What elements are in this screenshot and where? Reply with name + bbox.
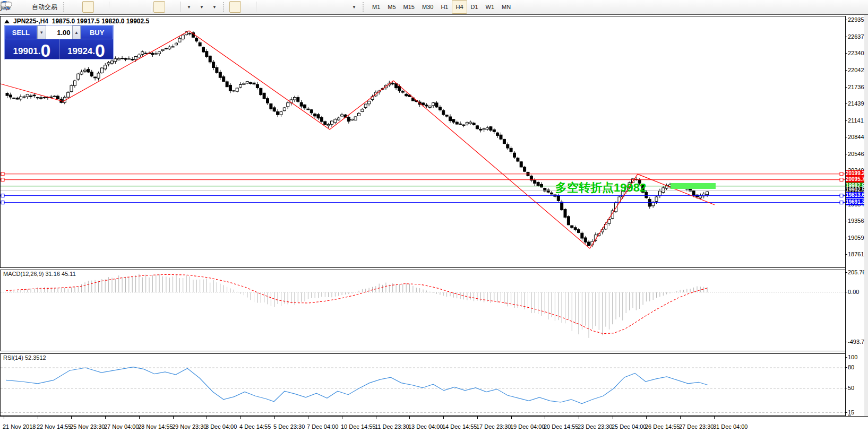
zoom-out-button[interactable] — [124, 1, 136, 13]
buy-button[interactable]: BUY — [81, 25, 113, 39]
time-tick — [376, 417, 376, 419]
volume-up-button[interactable]: ▲ — [72, 25, 81, 39]
time-tick — [4, 417, 4, 419]
time-tick — [579, 417, 579, 419]
indicator-axis-label: 205.76 — [848, 269, 866, 275]
timeframe-button-m1[interactable]: M1 — [368, 0, 384, 14]
timeframe-button-m15[interactable]: M15 — [400, 0, 418, 14]
volume-input[interactable] — [46, 25, 72, 39]
auto-trading-label: 自动交易 — [32, 3, 57, 12]
history-icon[interactable] — [16, 1, 28, 13]
price-tick — [846, 53, 847, 54]
indicators-button[interactable]: ▼ — [183, 1, 194, 13]
price-tick — [846, 87, 847, 88]
text-button[interactable]: A — [322, 1, 334, 13]
time-tick — [71, 417, 72, 419]
time-axis-label: 23 Dec 23:30 — [578, 423, 612, 430]
trendline-button[interactable] — [284, 1, 296, 13]
templates-button[interactable]: ▼ — [208, 1, 220, 13]
auto-scroll-button[interactable] — [166, 1, 178, 13]
chat-button[interactable] — [853, 1, 864, 13]
fibonacci-button[interactable]: F — [310, 1, 321, 13]
timeframe-button-h4[interactable]: H4 — [452, 0, 467, 14]
search-button[interactable] — [840, 1, 852, 13]
timeframe-button-w1[interactable]: W1 — [482, 0, 499, 14]
time-tick — [443, 417, 444, 419]
time-axis[interactable]: 21 Nov 201822 Nov 14:5525 Nov 23:3027 No… — [0, 416, 868, 433]
price-tick — [846, 221, 847, 221]
price-tick — [846, 154, 847, 154]
price-chart-pane[interactable] — [0, 16, 846, 268]
macd-pane[interactable] — [0, 270, 846, 351]
sell-price[interactable]: 19901.0 — [5, 39, 59, 59]
equidistant-channel-button[interactable]: E — [297, 1, 308, 13]
time-tick — [545, 417, 545, 419]
indicator-axis-label: 80 — [848, 364, 854, 370]
bar-chart-button[interactable] — [70, 1, 81, 13]
timeframe-button-m5[interactable]: M5 — [384, 0, 399, 14]
time-tick — [139, 417, 140, 419]
text-label-button[interactable]: T — [335, 1, 347, 13]
time-tick — [274, 417, 275, 419]
time-axis-label: 28 Nov 14:55 — [138, 423, 173, 430]
timeframe-button-h1[interactable]: H1 — [437, 0, 452, 14]
price-tick — [846, 103, 847, 104]
timeframe-button-mn[interactable]: MN — [498, 0, 514, 14]
timeframe-button-m30[interactable]: M30 — [418, 0, 437, 14]
sell-button[interactable]: SELL — [5, 25, 37, 39]
price-level-badge: 20095.7 — [846, 176, 864, 183]
price-tick — [846, 254, 847, 255]
price-level-badge: 19813.6 — [846, 192, 864, 198]
timeframe-group: M1M5M15M30H1H4D1W1MN — [368, 0, 514, 14]
cursor-button[interactable] — [229, 1, 241, 13]
auto-trading-button[interactable]: 自动交易 — [29, 1, 60, 13]
indicator-axis-label: 0.00 — [848, 289, 859, 295]
volume-down-button[interactable]: ▼ — [37, 25, 46, 39]
time-tick — [105, 417, 106, 419]
time-axis-label: 25 Dec 04:00 — [612, 423, 646, 430]
time-tick — [240, 417, 241, 419]
time-axis-label: 10 Dec 14:55 — [341, 423, 375, 430]
buy-price[interactable]: 19924.0 — [59, 39, 113, 59]
time-axis-label: 7 Dec 04:00 — [307, 423, 338, 430]
periods-button[interactable]: ▼ — [195, 1, 207, 13]
time-tick — [613, 417, 613, 419]
time-axis-label: 19 Dec 04:00 — [510, 423, 545, 430]
time-tick — [511, 417, 512, 419]
macd-chart — [1, 270, 845, 351]
vertical-line-button[interactable] — [259, 1, 270, 13]
zoom-in-button[interactable] — [111, 1, 123, 13]
toolbar-grip — [223, 2, 227, 12]
time-axis-label: 21 Nov 2018 — [3, 423, 36, 430]
price-tick — [846, 137, 847, 137]
timeframe-button-d1[interactable]: D1 — [467, 0, 482, 14]
time-axis-label: 31 Dec 04:00 — [713, 423, 747, 430]
rsi-chart — [1, 354, 845, 415]
collapse-triangle-icon[interactable] — [4, 20, 10, 23]
crosshair-button[interactable] — [242, 1, 254, 13]
candlestick-chart-button[interactable] — [82, 1, 94, 13]
window-right-edge — [864, 15, 868, 433]
time-axis-label: 4 Dec 14:55 — [239, 423, 271, 430]
time-axis-label: 5 Dec 23:30 — [273, 423, 305, 430]
price-level-badge: 19691.3 — [846, 199, 864, 205]
time-axis-label: 20 Dec 14:55 — [544, 423, 578, 430]
time-tick — [477, 417, 478, 419]
macd-label: MACD(12,26,9) 31.16 45.11 — [3, 271, 76, 277]
time-axis-label: 17 Dec 23:30 — [476, 423, 511, 430]
price-axis[interactable]: 22935.022637.522340.022042.521736.521439… — [845, 16, 865, 416]
time-tick — [409, 417, 410, 419]
line-chart-button[interactable] — [95, 1, 107, 13]
shift-end-button[interactable] — [153, 1, 165, 13]
arrows-button[interactable]: ▼ — [348, 1, 359, 13]
tile-windows-button[interactable] — [137, 1, 149, 13]
price-tick — [846, 120, 847, 121]
rsi-pane[interactable] — [0, 353, 846, 416]
top-toolbar: 订单 自动交易 ▼ ▼ ▼ — [0, 0, 868, 15]
toolbar-grip — [363, 2, 367, 12]
horizontal-line-button[interactable] — [271, 1, 283, 13]
chart-title: JPN225-,H4 19875.0 19917.5 19820.0 19902… — [4, 18, 149, 25]
chevron-down-icon: ▼ — [200, 5, 204, 10]
time-tick — [308, 417, 308, 419]
time-axis-label: 22 Nov 14:55 — [37, 423, 71, 430]
